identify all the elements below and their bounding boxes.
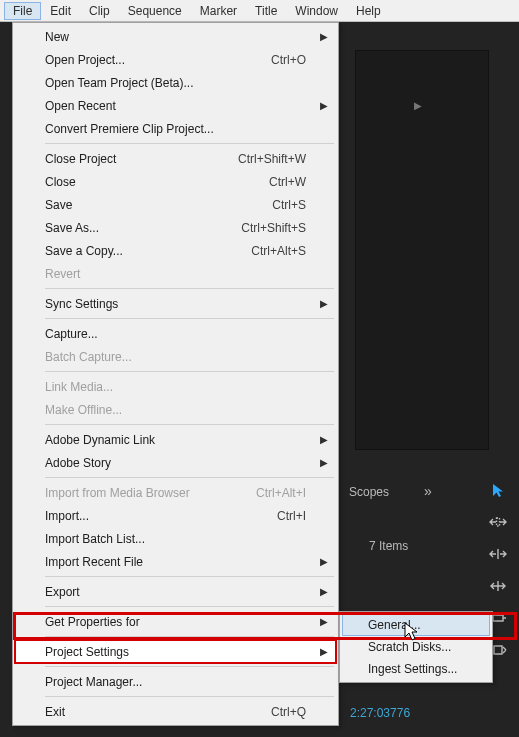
rolling-edit-tool-icon[interactable] <box>487 544 509 564</box>
menu-item-open-team-project-beta[interactable]: Open Team Project (Beta)... <box>15 71 336 94</box>
menubar-item-help[interactable]: Help <box>347 2 390 20</box>
selection-tool-icon[interactable] <box>487 480 509 500</box>
menu-item-import-from-media-browser: Import from Media BrowserCtrl+Alt+I <box>15 481 336 504</box>
items-count: 7 Items <box>369 539 408 553</box>
rate-stretch-tool-icon[interactable] <box>487 576 509 596</box>
panel-chevron-right-icon: ▶ <box>414 100 422 111</box>
menu-item-batch-capture: Batch Capture... <box>15 345 336 368</box>
menu-separator <box>45 288 334 289</box>
menubar-item-edit[interactable]: Edit <box>41 2 80 20</box>
menu-item-close[interactable]: CloseCtrl+W <box>15 170 336 193</box>
submenu-item-scratch-disks[interactable]: Scratch Disks... <box>342 636 490 658</box>
menubar-item-marker[interactable]: Marker <box>191 2 246 20</box>
menu-item-shortcut: Ctrl+Shift+S <box>241 221 306 235</box>
menu-item-import[interactable]: Import...Ctrl+I <box>15 504 336 527</box>
menubar-item-clip[interactable]: Clip <box>80 2 119 20</box>
project-settings-submenu: General...Scratch Disks...Ingest Setting… <box>339 611 493 683</box>
menu-separator <box>45 666 334 667</box>
menu-item-shortcut: Ctrl+Q <box>271 705 306 719</box>
menu-item-label: Export <box>45 585 80 599</box>
submenu-item-general[interactable]: General... <box>342 614 490 636</box>
menu-item-label: Save a Copy... <box>45 244 123 258</box>
menu-item-label: New <box>45 30 69 44</box>
menu-item-shortcut: Ctrl+Alt+S <box>251 244 306 258</box>
menu-item-shortcut: Ctrl+O <box>271 53 306 67</box>
menu-item-open-recent[interactable]: Open Recent▶ <box>15 94 336 117</box>
menu-item-label: Exit <box>45 705 65 719</box>
submenu-item-label: Ingest Settings... <box>368 662 457 676</box>
menu-item-revert: Revert <box>15 262 336 285</box>
timecode-display[interactable]: 2:27:03776 <box>350 706 410 720</box>
submenu-arrow-icon: ▶ <box>320 434 328 445</box>
submenu-arrow-icon: ▶ <box>320 616 328 627</box>
menu-item-label: Import... <box>45 509 89 523</box>
menu-item-label: Project Settings <box>45 645 129 659</box>
menu-item-project-settings[interactable]: Project Settings▶ <box>15 640 336 663</box>
menu-item-open-project[interactable]: Open Project...Ctrl+O <box>15 48 336 71</box>
menu-item-shortcut: Ctrl+S <box>272 198 306 212</box>
menu-separator <box>45 606 334 607</box>
menu-item-label: Get Properties for <box>45 615 140 629</box>
svg-rect-2 <box>494 646 502 654</box>
menu-item-shortcut: Ctrl+I <box>277 509 306 523</box>
menu-item-save-a-copy[interactable]: Save a Copy...Ctrl+Alt+S <box>15 239 336 262</box>
menu-item-label: Adobe Story <box>45 456 111 470</box>
menu-item-label: Open Team Project (Beta)... <box>45 76 194 90</box>
menu-item-convert-premiere-clip-project[interactable]: Convert Premiere Clip Project... <box>15 117 336 140</box>
menu-item-get-properties-for[interactable]: Get Properties for▶ <box>15 610 336 633</box>
menu-separator <box>45 636 334 637</box>
submenu-arrow-icon: ▶ <box>320 556 328 567</box>
menu-item-save-as[interactable]: Save As...Ctrl+Shift+S <box>15 216 336 239</box>
menu-item-shortcut: Ctrl+Alt+I <box>256 486 306 500</box>
menu-separator <box>45 477 334 478</box>
submenu-arrow-icon: ▶ <box>320 31 328 42</box>
submenu-arrow-icon: ▶ <box>320 646 328 657</box>
menu-separator <box>45 424 334 425</box>
menubar-item-window[interactable]: Window <box>286 2 347 20</box>
menu-item-label: Save <box>45 198 72 212</box>
menu-item-label: Import Batch List... <box>45 532 145 546</box>
menu-separator <box>45 318 334 319</box>
menu-item-label: Open Project... <box>45 53 125 67</box>
menu-item-import-batch-list[interactable]: Import Batch List... <box>15 527 336 550</box>
menu-item-exit[interactable]: ExitCtrl+Q <box>15 700 336 723</box>
panel-overflow-icon[interactable]: » <box>424 483 432 499</box>
submenu-arrow-icon: ▶ <box>320 457 328 468</box>
menu-item-adobe-dynamic-link[interactable]: Adobe Dynamic Link▶ <box>15 428 336 451</box>
submenu-item-ingest-settings[interactable]: Ingest Settings... <box>342 658 490 680</box>
submenu-arrow-icon: ▶ <box>320 586 328 597</box>
menu-item-label: Convert Premiere Clip Project... <box>45 122 214 136</box>
menu-item-label: Import Recent File <box>45 555 143 569</box>
file-menu: New▶Open Project...Ctrl+OOpen Team Proje… <box>12 22 339 726</box>
menubar-item-title[interactable]: Title <box>246 2 286 20</box>
menu-item-adobe-story[interactable]: Adobe Story▶ <box>15 451 336 474</box>
scopes-tab[interactable]: Scopes <box>349 485 389 499</box>
menu-item-link-media: Link Media... <box>15 375 336 398</box>
menu-item-label: Make Offline... <box>45 403 122 417</box>
menu-item-label: Import from Media Browser <box>45 486 190 500</box>
menu-item-close-project[interactable]: Close ProjectCtrl+Shift+W <box>15 147 336 170</box>
source-monitor-panel <box>355 50 489 450</box>
ripple-edit-tool-icon[interactable] <box>487 512 509 532</box>
submenu-item-label: Scratch Disks... <box>368 640 451 654</box>
menu-item-sync-settings[interactable]: Sync Settings▶ <box>15 292 336 315</box>
menu-item-save[interactable]: SaveCtrl+S <box>15 193 336 216</box>
menu-item-new[interactable]: New▶ <box>15 25 336 48</box>
menu-item-label: Project Manager... <box>45 675 142 689</box>
menu-item-label: Open Recent <box>45 99 116 113</box>
submenu-item-label: General... <box>368 618 421 632</box>
menu-item-label: Batch Capture... <box>45 350 132 364</box>
menu-item-import-recent-file[interactable]: Import Recent File▶ <box>15 550 336 573</box>
menu-item-label: Sync Settings <box>45 297 118 311</box>
menu-item-shortcut: Ctrl+W <box>269 175 306 189</box>
menu-item-label: Link Media... <box>45 380 113 394</box>
menu-item-export[interactable]: Export▶ <box>15 580 336 603</box>
menu-item-label: Close <box>45 175 76 189</box>
menubar-item-sequence[interactable]: Sequence <box>119 2 191 20</box>
menu-separator <box>45 696 334 697</box>
menu-item-project-manager[interactable]: Project Manager... <box>15 670 336 693</box>
menubar-item-file[interactable]: File <box>4 2 41 20</box>
svg-rect-0 <box>497 518 500 526</box>
menu-separator <box>45 371 334 372</box>
menu-item-capture[interactable]: Capture... <box>15 322 336 345</box>
